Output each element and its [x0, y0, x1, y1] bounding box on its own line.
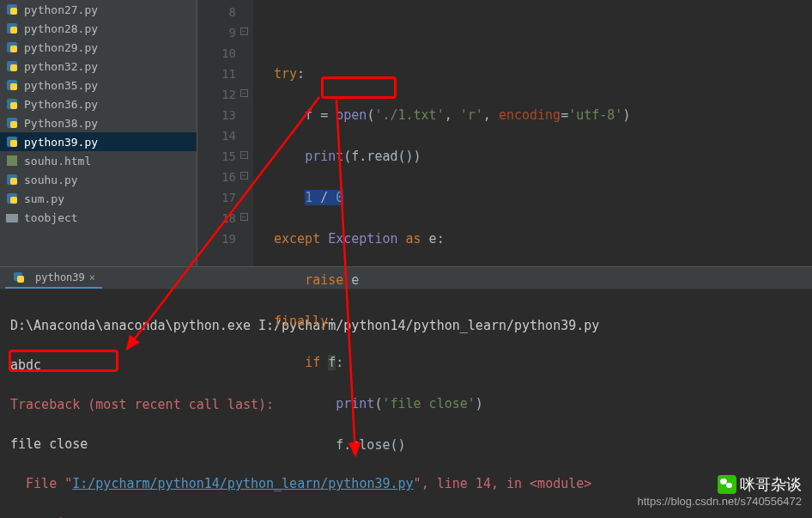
code-line: print('file close'): [274, 393, 812, 414]
svg-rect-18: [10, 178, 17, 185]
code-line: raise e: [274, 270, 812, 290]
html-file-icon: [5, 154, 19, 168]
line-number: 14: [197, 125, 236, 146]
python-file-icon: [5, 173, 19, 186]
file-item[interactable]: python27.py: [0, 0, 197, 19]
file-tree[interactable]: python27.py python28.py python29.py pyth…: [0, 0, 197, 266]
file-item[interactable]: python32.py: [0, 57, 197, 76]
line-number: 15−: [197, 146, 236, 167]
fold-icon[interactable]: −: [240, 213, 248, 221]
python-file-icon: [5, 59, 19, 73]
file-name: toobject: [24, 211, 78, 224]
svg-rect-7: [10, 64, 17, 71]
python-file-icon: [5, 3, 19, 16]
line-number: 12−: [197, 84, 236, 105]
file-item[interactable]: python28.py: [0, 19, 197, 38]
file-name: souhu.html: [24, 155, 91, 168]
code-line: finally:: [274, 311, 812, 332]
python-file-icon: [5, 135, 19, 149]
svg-rect-16: [7, 155, 17, 166]
file-item[interactable]: Python36.py: [0, 94, 197, 113]
file-item[interactable]: toobject: [0, 208, 197, 227]
code-line: 1 / 0: [274, 187, 812, 208]
wechat-icon: [718, 475, 736, 494]
file-name: sum.py: [24, 192, 64, 205]
file-name: Python38.py: [24, 117, 98, 130]
line-number: 13: [197, 105, 236, 125]
fold-icon[interactable]: −: [240, 151, 248, 159]
file-name: souhu.py: [24, 174, 78, 186]
close-icon[interactable]: ×: [89, 271, 95, 283]
svg-rect-1: [10, 8, 17, 15]
line-number: 11: [197, 64, 236, 84]
file-item[interactable]: python35.py: [0, 76, 197, 94]
code-line: if f:: [274, 352, 812, 373]
code-line: [274, 22, 812, 43]
python-file-icon: [5, 116, 19, 130]
file-name: python39.py: [24, 136, 98, 149]
line-number: 17: [197, 187, 236, 208]
code-line: except Exception as e:: [274, 229, 812, 249]
svg-rect-20: [10, 197, 17, 204]
editor-area[interactable]: 8 9− 10 11 12− 13 14 15− 16− 17 18− 19 t…: [197, 0, 812, 266]
code-line: try:: [274, 64, 812, 84]
svg-rect-11: [10, 102, 17, 109]
tab-label: python39: [35, 271, 85, 283]
code-line: f.close(): [274, 435, 812, 455]
svg-rect-3: [10, 27, 17, 34]
file-name: Python36.py: [24, 98, 98, 111]
line-number: 16−: [197, 167, 236, 187]
file-item[interactable]: python29.py: [0, 38, 197, 57]
file-item[interactable]: sum.py: [0, 189, 197, 208]
line-number: 9−: [197, 22, 236, 43]
file-item-selected[interactable]: python39.py: [0, 132, 197, 151]
code-content[interactable]: try: f = open('./1.txt', 'r', encoding='…: [253, 0, 812, 266]
file-name: python28.py: [24, 22, 98, 35]
file-item[interactable]: Python38.py: [0, 113, 197, 132]
python-file-icon: [5, 97, 19, 111]
svg-rect-21: [6, 214, 18, 222]
folder-icon: [5, 210, 19, 224]
python-file-icon: [5, 40, 19, 54]
file-name: python29.py: [24, 41, 98, 54]
terminal-tab[interactable]: python39 ×: [5, 268, 102, 289]
python-file-icon: [5, 21, 19, 35]
watermark-text: 咪哥杂谈: [740, 474, 802, 495]
python-file-icon: [5, 78, 19, 92]
file-name: python27.py: [24, 3, 98, 16]
fold-icon[interactable]: −: [240, 172, 248, 180]
watermark-url: https://blog.csdn.net/s740556472: [637, 495, 802, 508]
line-number: 8: [197, 2, 236, 22]
file-name: python32.py: [24, 60, 98, 73]
svg-rect-5: [10, 46, 17, 52]
fold-icon[interactable]: −: [240, 27, 248, 35]
top-section: python27.py python28.py python29.py pyth…: [0, 0, 812, 266]
line-number: 10: [197, 43, 236, 64]
watermark: 咪哥杂谈 https://blog.csdn.net/s740556472: [637, 474, 802, 508]
fold-icon[interactable]: −: [240, 89, 248, 97]
code-line: print(f.read()): [274, 146, 812, 167]
svg-rect-15: [10, 140, 17, 147]
code-line: f = open('./1.txt', 'r', encoding='utf-8…: [274, 105, 812, 125]
svg-rect-23: [17, 276, 24, 283]
svg-rect-9: [10, 83, 17, 90]
file-item[interactable]: souhu.html: [0, 151, 197, 170]
gutter: 8 9− 10 11 12− 13 14 15− 16− 17 18− 19: [197, 0, 253, 266]
line-number: 19: [197, 229, 236, 249]
svg-rect-13: [10, 121, 17, 128]
file-item[interactable]: souhu.py: [0, 170, 197, 189]
python-file-icon: [5, 192, 19, 205]
line-number: 18−: [197, 208, 236, 229]
file-name: python35.py: [24, 79, 98, 92]
python-file-icon: [12, 271, 26, 284]
